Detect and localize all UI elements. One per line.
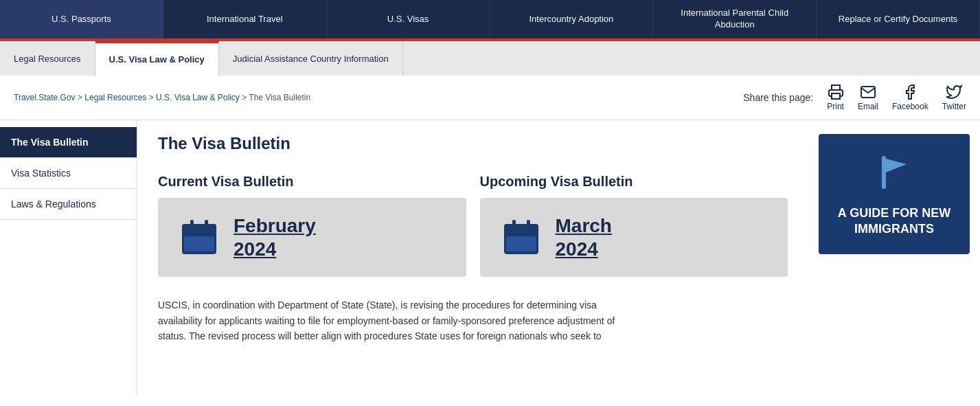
calendar-icon-current [179, 217, 220, 258]
breadcrumb-share-bar: Travel.State.Gov > Legal Resources > U.S… [0, 76, 980, 120]
breadcrumb-separator-1: > [78, 93, 84, 102]
breadcrumb: Travel.State.Gov > Legal Resources > U.S… [14, 93, 310, 102]
secondary-navigation: Legal Resources U.S. Visa Law & Policy J… [0, 41, 980, 76]
nav-item-intl-parental-child-abduction[interactable]: International Parental Child Abduction [653, 0, 817, 38]
print-share-button[interactable]: Print [827, 84, 844, 111]
nav-item-us-visas[interactable]: U.S. Visas [327, 0, 490, 38]
page-title: The Visa Bulletin [158, 134, 788, 153]
email-label: Email [858, 102, 878, 111]
bulletin-cards-row: Current Visa Bulletin February 2024 [158, 174, 788, 277]
sidebar-item-visa-statistics[interactable]: Visa Statistics [0, 158, 137, 189]
print-label: Print [827, 102, 844, 111]
breadcrumb-separator-2: > [149, 93, 156, 102]
flag-icon [872, 150, 916, 194]
current-bulletin-title: Current Visa Bulletin [158, 174, 466, 190]
svg-rect-12 [882, 156, 886, 189]
right-sidebar: A GUIDE FOR NEW IMMIGRANTS [808, 120, 980, 395]
upcoming-bulletin-card[interactable]: March 2024 [480, 198, 788, 277]
facebook-label: Facebook [892, 102, 928, 111]
breadcrumb-home[interactable]: Travel.State.Gov [14, 93, 76, 102]
svg-rect-3 [184, 236, 214, 251]
svg-rect-5 [205, 220, 208, 228]
current-bulletin-date: February 2024 [233, 214, 316, 260]
print-icon [828, 84, 844, 100]
nav-item-replace-certify-documents[interactable]: Replace or Certify Documents [817, 0, 980, 38]
svg-rect-10 [512, 220, 516, 228]
twitter-icon [946, 84, 962, 100]
facebook-share-button[interactable]: Facebook [892, 84, 928, 111]
twitter-label: Twitter [942, 102, 966, 111]
svg-rect-4 [190, 220, 194, 228]
share-bar: Share this page: Print Email Facebook Tw [743, 84, 966, 111]
upcoming-bulletin-title: Upcoming Visa Bulletin [480, 174, 788, 190]
main-layout: The Visa Bulletin Visa Statistics Laws &… [0, 120, 980, 395]
secondary-nav-legal-resources[interactable]: Legal Resources [0, 41, 95, 76]
guide-card-title: A GUIDE FOR NEW IMMIGRANTS [832, 205, 956, 238]
main-content: The Visa Bulletin Current Visa Bulletin [137, 120, 808, 395]
facebook-icon [902, 84, 918, 100]
breadcrumb-us-visa-law-policy[interactable]: U.S. Visa Law & Policy [156, 93, 240, 102]
upcoming-bulletin-section: Upcoming Visa Bulletin March 2024 [480, 174, 788, 277]
nav-item-us-passports[interactable]: U.S. Passports [0, 0, 163, 38]
secondary-nav-us-visa-law-policy[interactable]: U.S. Visa Law & Policy [95, 41, 219, 76]
breadcrumb-legal-resources[interactable]: Legal Resources [84, 93, 146, 102]
email-icon [860, 84, 876, 100]
twitter-share-button[interactable]: Twitter [942, 84, 966, 111]
guide-card[interactable]: A GUIDE FOR NEW IMMIGRANTS [819, 134, 970, 254]
email-share-button[interactable]: Email [858, 84, 878, 111]
body-text: USCIS, in coordination with Department o… [158, 297, 639, 343]
svg-rect-11 [527, 220, 530, 228]
share-label: Share this page: [743, 92, 813, 103]
current-bulletin-section: Current Visa Bulletin February 2024 [158, 174, 466, 277]
left-sidebar: The Visa Bulletin Visa Statistics Laws &… [0, 120, 137, 395]
breadcrumb-current: The Visa Bulletin [249, 93, 310, 102]
sidebar-item-visa-bulletin[interactable]: The Visa Bulletin [0, 127, 137, 158]
top-navigation: U.S. Passports International Travel U.S.… [0, 0, 980, 38]
svg-rect-8 [504, 229, 538, 234]
svg-rect-2 [182, 229, 216, 234]
nav-item-intercountry-adoption[interactable]: Intercountry Adoption [490, 0, 653, 38]
svg-rect-9 [506, 236, 536, 251]
nav-item-international-travel[interactable]: International Travel [163, 0, 327, 38]
secondary-nav-judicial-assistance[interactable]: Judicial Assistance Country Information [219, 41, 403, 76]
calendar-icon-upcoming [501, 217, 542, 258]
breadcrumb-separator-3: > [242, 93, 249, 102]
upcoming-bulletin-date: March 2024 [556, 214, 612, 260]
current-bulletin-card[interactable]: February 2024 [158, 198, 466, 277]
sidebar-item-laws-regulations[interactable]: Laws & Regulations [0, 189, 137, 220]
